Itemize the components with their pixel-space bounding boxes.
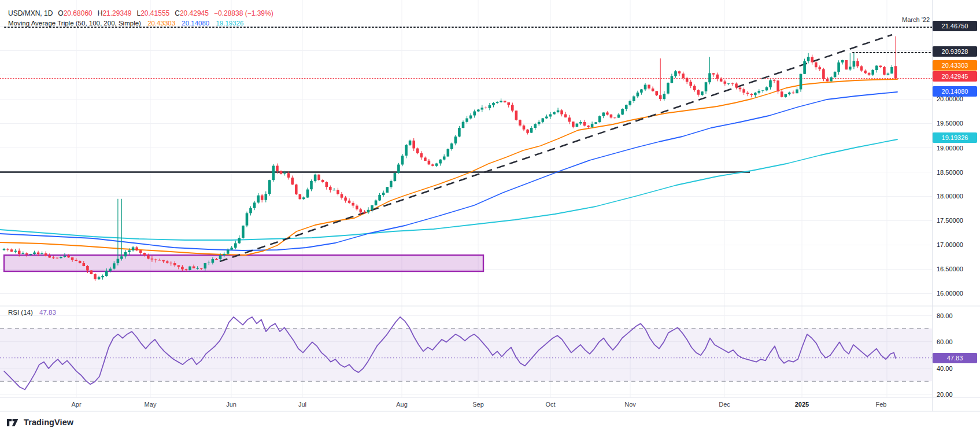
price-badge: 19.19326 [933, 132, 977, 143]
close-key: C [175, 9, 180, 17]
ma-legend-label: Moving Average Triple (50, 100, 200, Sim… [8, 20, 141, 27]
time-axis-label: Dec [707, 401, 742, 408]
rsi-legend-label: RSI (14) [8, 309, 33, 316]
symbol-ohlc-legend[interactable]: USD/MXN, 1DO20.68060H21.29349L20.41555C2… [8, 9, 273, 17]
time-axis-label: 2025 [785, 401, 819, 408]
time-axis-label: May [133, 401, 168, 408]
time-axis-label: Sep [461, 401, 495, 408]
open-value: 20.68060 [64, 9, 93, 17]
march-22-annotation: March '22 [860, 16, 930, 23]
price-badge: 20.43303 [933, 60, 977, 71]
price-label: 17.00000 [937, 241, 977, 249]
rsi-label: 60.00 [937, 338, 977, 346]
candle-bodies-up [3, 57, 893, 279]
rsi-label: 40.00 [937, 364, 977, 373]
symbol-title: USD/MXN, 1D [8, 9, 53, 17]
rsi-current-value: 47.83 [39, 309, 56, 316]
candle-wicks-down [8, 36, 896, 281]
time-axis-label: Jun [214, 401, 249, 408]
rsi-band-fill [0, 329, 932, 381]
change-value: −0.28838 (−1.39%) [214, 9, 273, 17]
price-label: 20.00000 [937, 95, 977, 103]
candle-wicks-up [4, 53, 892, 280]
time-axis-label: Nov [613, 401, 648, 408]
high-value: 21.29349 [102, 9, 131, 17]
tradingview-watermark[interactable]: TradingView [7, 418, 73, 427]
ma50-value: 20.43303 [147, 20, 175, 27]
price-label: 17.50000 [937, 216, 977, 224]
ma-triple-legend[interactable]: Moving Average Triple (50, 100, 200, Sim… [8, 20, 243, 27]
price-label: 19.00000 [937, 144, 977, 152]
low-value: 20.41555 [140, 9, 169, 17]
sma-100-line [0, 92, 897, 250]
time-axis-label: Feb [864, 401, 898, 408]
rsi-badge: 47.83 [933, 353, 977, 363]
price-badge: 20.42945 [933, 71, 977, 82]
price-label: 16.00000 [937, 289, 977, 297]
watermark-text: TradingView [24, 418, 73, 427]
time-axis-label: Aug [384, 401, 419, 408]
rsi-legend[interactable]: RSI (14) 47.83 [8, 309, 56, 316]
ma100-value: 20.14080 [182, 20, 209, 27]
ma200-value: 19.19326 [216, 20, 243, 27]
time-axis-label: Jul [285, 401, 320, 408]
time-axis-label: Apr [59, 401, 94, 408]
tradingview-logo-icon [7, 418, 20, 427]
price-label: 16.50000 [937, 265, 977, 273]
price-label: 18.50000 [937, 168, 977, 176]
rsi-label: 20.00 [937, 390, 977, 399]
sma-50-line [0, 79, 897, 255]
time-axis-label: Oct [533, 401, 568, 408]
tradingview-chart-window: USD/MXN, 1DO20.68060H21.29349L20.41555C2… [0, 0, 980, 435]
close-value: 20.42945 [180, 9, 209, 17]
price-label: 19.50000 [937, 119, 977, 127]
rsi-label: 80.00 [937, 312, 977, 320]
price-badge: 20.93928 [933, 46, 977, 57]
support-zone-rectangle [4, 255, 483, 271]
chart-canvas[interactable] [0, 0, 980, 435]
price-label: 18.00000 [937, 192, 977, 200]
open-key: O [58, 9, 63, 17]
price-badge: 21.46750 [933, 21, 977, 31]
